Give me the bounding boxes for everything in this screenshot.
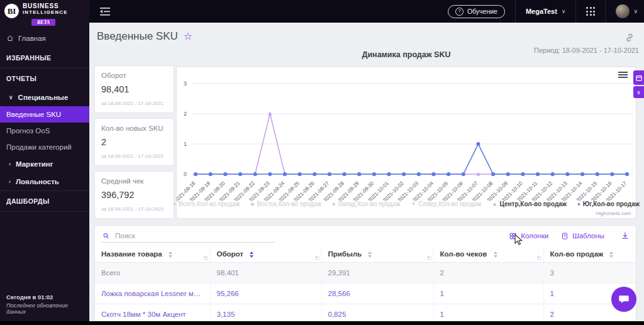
sort-icon [169,251,172,258]
chevron-right-icon: › [9,161,11,167]
cell-checks: 2 [433,263,543,284]
column-header-product-name[interactable]: Название товара [95,246,210,263]
sku-table-card: Колонки Шаблоны [94,225,636,321]
chevron-down-icon: ∨ [9,94,13,101]
cell-profit: 0,825 [321,304,433,322]
sku-dynamics-chart: 01232021-09-182021-09-192021-09-202021-0… [177,72,637,201]
legend-label: Всего,Кол-во продаж [179,201,240,207]
sidebar-group-label: Специальные [18,94,69,101]
training-label: Обучение [467,8,497,15]
page-title: Введенные SKU ☆ [97,30,192,43]
sidebar-group-loyalty[interactable]: › Лояльность [0,173,89,190]
column-header-sales-count[interactable]: Кол-во продаж [543,246,636,263]
metric-card-turnover: Оборот 98,401 за 18-09-2021 - 17-10-2021 [94,65,174,113]
sku-table: Название товара Оборот Прибыль [95,246,636,321]
topbar-divider [605,0,606,23]
favorite-star-icon[interactable]: ☆ [184,31,192,41]
legend-item[interactable]: ■Запад,Кол-во продаж [332,201,400,207]
search-input[interactable] [114,231,274,240]
chat-bubble-icon [618,293,630,306]
sidebar-group-special[interactable]: ∨ Специальные [0,89,89,106]
column-header-turnover[interactable]: Оборот [210,246,321,263]
sort-icon [609,251,613,258]
column-resize-handle[interactable] [427,256,431,260]
legend-marker-icon: ● [577,202,580,207]
download-button[interactable] [621,231,630,240]
topbar-divider [575,0,576,23]
legend-marker-icon: ▲ [492,202,497,207]
sidebar-item-oos-forecast[interactable]: Прогноз OoS [0,123,89,139]
search-box [101,229,275,243]
cell-profit: 29,391 [321,263,433,284]
chat-fab-button[interactable] [611,287,636,312]
column-header-label: Название товара [101,250,162,258]
sidebar-collapse-button[interactable] [99,8,110,16]
table-row[interactable]: Ложка поварская Lessner металл Antonia 9… [95,284,636,304]
column-header-label: Кол-во чеков [440,250,487,258]
column-header-label: Кол-во продаж [550,250,604,258]
cell-product-name[interactable]: Скотч 18мм * 30м Акцент [95,304,210,322]
table-toolbar: Колонки Шаблоны [95,226,636,246]
sidebar-item-entered-sku[interactable]: Введенные SKU [0,106,89,123]
table-row-total: Всего 98,401 29,391 2 3 [95,263,636,284]
chart-export-menu-button[interactable] [618,72,628,79]
legend-item[interactable]: ●Всего,Кол-во продаж [173,201,240,207]
legend-label: Запад,Кол-во продаж [338,201,400,207]
column-resize-handle[interactable] [537,256,541,260]
column-header-checks-count[interactable]: Кол-во чеков [433,246,543,263]
templates-button[interactable]: Шаблоны [561,232,604,240]
templates-button-label: Шаблоны [572,232,604,240]
section-reports: ОТЧЕТЫ [0,69,89,89]
legend-marker-icon: ◆ [250,202,254,207]
sidebar-group-label: Маркетинг [16,160,53,168]
account-name: MegaTest [526,8,557,15]
column-header-profit[interactable]: Прибыль [321,246,433,263]
topbar: ? Обучение MegaTest ∨ ∨ [0,0,644,23]
home-icon [6,35,14,42]
cell-product-name[interactable]: Ложка поварская Lessner металл Antonia [95,284,210,304]
section-favorites: ИЗБРАННЫЕ [0,48,89,68]
column-resize-handle[interactable] [204,256,208,260]
share-link-icon[interactable] [625,33,634,45]
legend-item[interactable]: ▼Север,Кол-во продаж [411,201,481,207]
cell-checks: 1 [433,304,543,322]
column-resize-handle[interactable] [315,256,319,260]
calendar-panel-button[interactable] [633,70,644,85]
legend-label: Юг,Кол-во продаж [583,201,640,207]
legend-item[interactable]: ◆Восток,Кол-во продаж [250,201,321,207]
collapse-panel-button[interactable]: ∨ [633,86,644,98]
topbar-divider [515,0,516,23]
metric-value: 98,401 [101,84,167,94]
chevron-down-icon[interactable]: ∨ [633,8,638,14]
chart-credits: Highcharts.com [596,211,631,216]
table-header-row: Название товара Оборот Прибыль [95,246,636,263]
avatar[interactable] [616,4,630,18]
calendar-icon [636,75,642,81]
sidebar-item-home[interactable]: Главная [0,28,89,48]
logo-line2: INTELLIGENCE [23,10,68,16]
svg-text:2: 2 [184,111,187,117]
page-title-text: Введенные SKU [97,30,178,43]
chevron-down-icon: ∨ [636,89,641,96]
legend-item[interactable]: ●Юг,Кол-во продаж [577,201,640,207]
column-header-label: Оборот [217,250,243,258]
legend-item[interactable]: ▲Центр,Кол-во продаж [492,201,567,207]
cell-turnover: 95,266 [210,284,321,304]
beta-badge: BETA [31,19,55,26]
section-dashboards: ДАШБОРДЫ [0,191,89,211]
cell-profit: 28,566 [321,284,433,304]
toolbar-right: Колонки Шаблоны [509,231,630,240]
metric-caption: за 18-09-2021 - 17-10-2021 [101,153,167,159]
apps-grid-button[interactable] [586,7,595,16]
table-row[interactable]: Скотч 18мм * 30м Акцент 3,135 0,825 1 2 [95,304,636,322]
chevron-down-icon: ∨ [562,8,566,14]
sort-icon [368,251,372,258]
sidebar-group-marketing[interactable]: › Маркетинг [0,155,89,173]
sidebar-item-category-sales[interactable]: Продажи категорий [0,139,89,155]
metric-card-new-sku: Кол-во новых SKU 2 за 18-09-2021 - 17-10… [94,118,174,166]
account-menu[interactable]: MegaTest ∨ [526,8,566,15]
search-icon [103,232,109,240]
training-button[interactable]: ? Обучение [448,5,505,18]
svg-text:1: 1 [184,141,187,147]
columns-button[interactable]: Колонки [509,232,548,240]
